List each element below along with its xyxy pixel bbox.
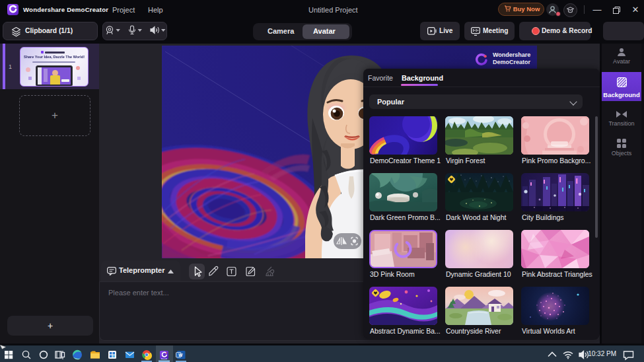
svg-text:W: W [178, 353, 183, 357]
